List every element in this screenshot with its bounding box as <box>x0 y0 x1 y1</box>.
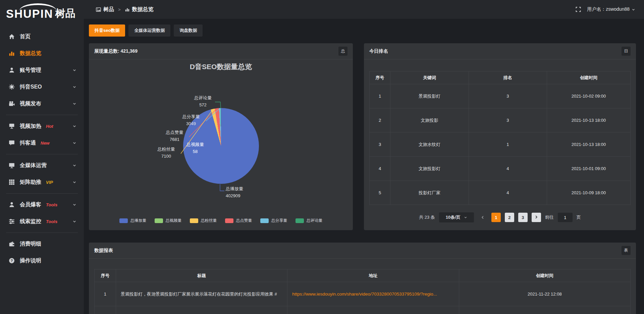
sidebar-item-member-burst[interactable]: 会员爆客 Tools <box>0 196 84 213</box>
svg-text:?: ? <box>11 259 13 263</box>
pie-label-videos: 总视频量58 <box>182 141 209 155</box>
tab-douyin-seo[interactable]: 抖音seo数据 <box>89 24 125 37</box>
vip-badge: VIP <box>46 180 53 185</box>
sidebar-item-data-overview[interactable]: 数据总览 <box>0 45 84 62</box>
chart-legend: 总播放量 总视频量 总粉丝量 总点赞量 总分享量 总评论量 <box>89 218 353 223</box>
chevron-down-icon <box>72 141 76 145</box>
total-count-label: 共 23 条 <box>419 214 435 220</box>
sidebar-item-home[interactable]: 首页 <box>0 28 84 45</box>
app-window: SHUPIN 树品 首页 数据总览 账号管理 抖音SEO <box>0 0 644 314</box>
sidebar-item-account[interactable]: 账号管理 <box>0 62 84 78</box>
pie-label-shares: 总分享量3049 <box>177 113 205 127</box>
tab-media-ops[interactable]: 全媒体运营数据 <box>128 24 170 37</box>
question-icon: ? <box>9 258 15 264</box>
legend-item[interactable]: 总粉丝量 <box>190 218 217 223</box>
prev-page-button[interactable] <box>478 213 487 222</box>
tab-inquiry[interactable]: 询盘数据 <box>174 24 203 37</box>
total-view-button[interactable]: 总 <box>338 47 347 56</box>
sidebar-item-video-publish[interactable]: 视频发布 <box>0 95 84 112</box>
impressions-total-label: 展现量总数: 421,369 <box>94 48 138 54</box>
sidebar-item-media-ops[interactable]: 全媒体运营 <box>0 157 84 174</box>
pie-label-fans: 总粉丝量7100 <box>152 146 180 160</box>
goto-suffix-label: 页 <box>577 214 581 220</box>
page-button-1[interactable]: 1 <box>491 213 501 222</box>
table-row[interactable]: 3文旅水纹灯12021-10-13 18:00 <box>370 133 631 157</box>
table-row[interactable]: 1景观投影灯32021-10-02 09:00 <box>370 84 631 108</box>
chevron-down-icon <box>72 68 76 72</box>
next-page-button[interactable] <box>532 213 541 222</box>
col-keyword: 关键词 <box>390 71 469 84</box>
monitor-icon <box>9 162 15 168</box>
data-tabs: 抖音seo数据 全媒体运营数据 询盘数据 <box>89 24 636 37</box>
sidebar-item-label: 账号管理 <box>20 67 41 74</box>
sidebar-item-label: 数据总览 <box>20 50 41 57</box>
legend-item[interactable]: 总视频量 <box>155 218 182 223</box>
sidebar-item-label: 视频加热 <box>20 123 41 130</box>
table-row[interactable]: 5投影灯厂家42021-10-09 18:00 <box>370 181 631 205</box>
sidebar-item-spend-details[interactable]: 消费明细 <box>0 235 84 252</box>
ranking-card: 今日排名 日 序号 关键词 排名 创建时间 <box>364 43 636 230</box>
chat-bubble-icon <box>9 140 15 146</box>
pie-label-comments: 总评论量572 <box>190 94 216 108</box>
table-header-row: 序号 标题 地址 创建时间 <box>95 269 631 282</box>
breadcrumb: 树品 > 数据总览 <box>96 6 154 13</box>
sidebar-item-label: 操作说明 <box>20 257 41 264</box>
col-index: 序号 <box>370 71 390 84</box>
sidebar-item-label: 线索监控 <box>20 218 41 225</box>
table-row[interactable]: 4文旅投影灯42021-10-01 09:00 <box>370 157 631 181</box>
app-logo: SHUPIN 树品 <box>0 0 84 27</box>
user-menu[interactable]: 用户名：zswodun88 <box>587 6 635 12</box>
legend-item[interactable]: 总点赞量 <box>225 218 252 223</box>
sidebar-item-label: 抖音SEO <box>20 84 42 91</box>
sidebar-item-matrix-boost[interactable]: 矩阵助推 VIP <box>0 174 84 191</box>
table-row[interactable] <box>95 306 631 314</box>
tools-badge: Tools <box>46 219 57 224</box>
hot-badge: Hot <box>46 124 53 129</box>
sidebar-item-douyin-seo[interactable]: 抖音SEO <box>0 78 84 95</box>
pie-chart: D音SEO数据量总览 总评论量572 <box>89 59 353 230</box>
user-solid-icon <box>9 202 15 208</box>
wallet-icon <box>9 241 15 247</box>
breadcrumb-item[interactable]: 树品 <box>103 6 114 13</box>
chevron-down-icon <box>632 8 635 11</box>
report-card-title: 数据报表 <box>94 248 113 254</box>
page-button-2[interactable]: 2 <box>505 213 514 222</box>
sidebar-item-label: 会员爆客 <box>20 201 41 208</box>
table-row[interactable]: 1 景观投影灯，夜游景观投影灯厂家展示展示落花灯在花园里的灯光投影应用效果 # … <box>95 282 631 306</box>
col-rank: 排名 <box>469 71 547 84</box>
goto-page-input[interactable] <box>558 213 573 222</box>
sidebar-item-doukettong[interactable]: 抖客通 New <box>0 135 84 151</box>
chevron-down-icon <box>72 124 76 128</box>
page-size-select[interactable]: 10条/页 <box>439 212 474 222</box>
chevron-down-icon <box>72 203 76 207</box>
table-row[interactable]: 2文旅投影32021-10-13 18:00 <box>370 108 631 133</box>
ranking-card-title: 今日排名 <box>369 48 388 54</box>
report-title-cell: 景观投影灯，夜游景观投影灯厂家展示展示落花灯在花园里的灯光投影应用效果 # <box>116 282 287 306</box>
sidebar-item-lead-monitor[interactable]: 线索监控 Tools <box>0 213 84 230</box>
page-button-3[interactable]: 3 <box>518 213 528 222</box>
sidebar-item-instructions[interactable]: ? 操作说明 <box>0 252 84 269</box>
impressions-card: 展现量总数: 421,369 总 D音SEO数据量总览 <box>89 43 353 230</box>
menu-divider <box>6 232 78 233</box>
grid-icon <box>9 179 15 185</box>
legend-item[interactable]: 总评论量 <box>296 218 323 223</box>
sidebar-item-video-heat[interactable]: 视频加热 Hot <box>0 118 84 135</box>
legend-item[interactable]: 总播放量 <box>119 218 147 223</box>
table-view-button[interactable]: 表 <box>622 246 631 255</box>
topbar: 树品 > 数据总览 用户名：zswodun88 <box>84 0 644 19</box>
col-index: 序号 <box>95 269 116 282</box>
col-created: 创建时间 <box>547 71 631 84</box>
report-card: 数据报表 表 序号 标题 地址 创建时间 <box>89 243 636 314</box>
sidebar-item-label: 视频发布 <box>20 100 41 107</box>
chevron-down-icon <box>72 180 76 184</box>
legend-item[interactable]: 总分享量 <box>260 218 287 223</box>
day-view-button[interactable]: 日 <box>622 47 631 56</box>
logo-text-cn: 树品 <box>55 7 75 20</box>
pie-label-plays: 总播放量402909 <box>226 185 243 199</box>
chevron-down-icon <box>72 219 76 223</box>
report-video-link[interactable]: https://www.iesdouyin.com/share/video/70… <box>292 292 437 297</box>
fullscreen-icon[interactable] <box>576 7 581 12</box>
col-url: 地址 <box>287 269 459 282</box>
image-icon <box>96 7 101 12</box>
breadcrumb-item[interactable]: 数据总览 <box>132 6 154 13</box>
